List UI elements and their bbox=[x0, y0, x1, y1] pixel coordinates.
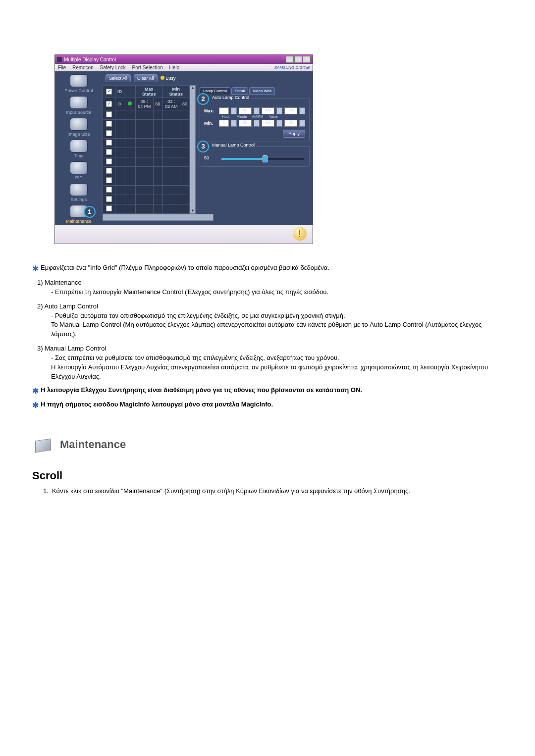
app-window: Multiple Display Control _ □ × File Remo… bbox=[54, 54, 313, 244]
list-item: 1) Maintenance - Επιτρέπει τη λειτουργία… bbox=[37, 278, 503, 297]
clear-all-button[interactable]: Clear All bbox=[134, 74, 158, 82]
row-checkbox[interactable] bbox=[106, 196, 112, 202]
col-min: Min Status bbox=[162, 86, 189, 98]
sidebar-item-input-source[interactable]: Input Source bbox=[66, 96, 91, 115]
sidebar-item-maintenance[interactable]: 1 Maintenance bbox=[66, 205, 92, 224]
min-minute-field[interactable]: 00 bbox=[239, 120, 252, 127]
table-row[interactable] bbox=[103, 167, 190, 176]
close-button[interactable]: × bbox=[303, 56, 311, 63]
busy-dot-icon bbox=[160, 76, 164, 80]
menu-port-selection[interactable]: Port Selection bbox=[132, 65, 163, 70]
cell-max-time: 05 : 04 PM bbox=[136, 98, 154, 110]
window-buttons: _ □ × bbox=[286, 56, 311, 63]
header-checkbox[interactable] bbox=[106, 89, 112, 95]
dropdown-icon[interactable]: ▾ bbox=[299, 120, 305, 127]
row-checkbox[interactable] bbox=[106, 158, 112, 164]
dropdown-icon[interactable]: ▾ bbox=[276, 107, 282, 114]
row-checkbox[interactable] bbox=[106, 101, 112, 107]
minimize-button[interactable]: _ bbox=[286, 56, 294, 63]
scroll-paragraph: 1.Κάντε κλικ στο εικονίδιο "Maintenance"… bbox=[43, 486, 503, 496]
dropdown-icon[interactable]: ▾ bbox=[299, 107, 305, 114]
row-checkbox[interactable] bbox=[106, 177, 112, 183]
sidebar-item-image-size[interactable]: Image Size bbox=[67, 118, 90, 137]
row-checkbox[interactable] bbox=[106, 130, 112, 136]
cell-min-val: 80 bbox=[180, 98, 189, 110]
manual-lamp-group: 3 Manual Lamp Control 50 bbox=[200, 146, 310, 167]
row-checkbox[interactable] bbox=[106, 187, 112, 193]
max-hour-field[interactable]: 1 bbox=[219, 107, 229, 114]
status-bar: ! bbox=[55, 225, 313, 244]
manual-slider[interactable] bbox=[221, 158, 304, 160]
dropdown-icon[interactable]: ▾ bbox=[231, 107, 237, 114]
menu-remocon[interactable]: Remocon bbox=[72, 65, 94, 70]
grid-scrollbar-vertical[interactable]: ▲ ▼ bbox=[190, 85, 196, 214]
col-status bbox=[124, 86, 136, 98]
slider-thumb-icon[interactable] bbox=[263, 155, 268, 162]
table-row[interactable] bbox=[103, 110, 190, 120]
row-checkbox[interactable] bbox=[106, 149, 112, 155]
sidebar-item-power-control[interactable]: Power Control bbox=[64, 74, 93, 93]
sidebar-item-settings[interactable]: Settings bbox=[70, 183, 88, 202]
maximize-button[interactable]: □ bbox=[294, 56, 302, 63]
row-checkbox[interactable] bbox=[106, 111, 112, 117]
table-row[interactable] bbox=[103, 204, 190, 214]
app-icon bbox=[57, 57, 62, 62]
sidebar-item-pip[interactable]: PIP bbox=[70, 161, 88, 180]
row-checkbox[interactable] bbox=[106, 140, 112, 146]
max-ampm-field[interactable]: AM bbox=[262, 107, 274, 114]
tab-video-wall[interactable]: Video Wall bbox=[249, 87, 275, 95]
right-panel: Lamp Control Scroll Video Wall 2 Auto La… bbox=[196, 85, 313, 214]
table-row[interactable] bbox=[103, 129, 190, 139]
doc-body: ✱Εμφανίζεται ένα "Info Grid" (Πλέγμα Πλη… bbox=[32, 264, 503, 496]
cell-max-val: 60 bbox=[153, 98, 162, 110]
menu-help[interactable]: Help bbox=[169, 65, 180, 70]
grid-scrollbar-horizontal[interactable] bbox=[103, 214, 214, 221]
row-checkbox[interactable] bbox=[106, 121, 112, 127]
table-row[interactable] bbox=[103, 139, 190, 148]
min-value-field[interactable]: 50 bbox=[284, 120, 297, 127]
max-value-field[interactable]: 50 bbox=[284, 107, 297, 114]
scroll-down-icon[interactable]: ▼ bbox=[191, 208, 195, 213]
table-row[interactable] bbox=[103, 157, 190, 167]
dropdown-icon[interactable]: ▾ bbox=[231, 120, 237, 127]
table-row[interactable] bbox=[103, 148, 190, 157]
sidebar-item-time[interactable]: Time bbox=[70, 140, 88, 158]
table-row[interactable] bbox=[103, 186, 190, 195]
max-minute-field[interactable]: 00 bbox=[239, 107, 252, 114]
time-icon bbox=[70, 140, 88, 152]
busy-indicator: Busy bbox=[160, 76, 176, 81]
max-label: Max. bbox=[204, 108, 217, 113]
row-checkbox[interactable] bbox=[106, 205, 112, 211]
list-item: 2) Auto Lamp Control - Ρυθμίζει αυτόματα… bbox=[37, 302, 503, 339]
apply-button[interactable]: Apply bbox=[283, 130, 305, 138]
dropdown-icon[interactable]: ▾ bbox=[254, 120, 260, 127]
info-grid: ID Max Status Min Status 0 05 : 04 PM 60… bbox=[103, 85, 190, 214]
menu-safety-lock[interactable]: Safety Lock bbox=[100, 65, 126, 70]
select-all-button[interactable]: Select All bbox=[106, 74, 131, 82]
dropdown-icon[interactable]: ▾ bbox=[254, 107, 260, 114]
tab-scroll[interactable]: Scroll bbox=[231, 87, 248, 95]
cell-id: 0 bbox=[115, 98, 124, 110]
star-icon: ✱ bbox=[32, 264, 39, 273]
table-row[interactable] bbox=[103, 120, 190, 129]
row-checkbox[interactable] bbox=[106, 168, 112, 174]
main-panel: Select All Clear All Busy ID Max Status … bbox=[103, 71, 313, 225]
min-label: Min. bbox=[204, 121, 217, 126]
note-2: ✱Η πηγή σήματος εισόδου MagicInfo λειτου… bbox=[32, 401, 503, 410]
manual-value: 50 bbox=[204, 155, 209, 160]
min-ampm-field[interactable]: AM bbox=[262, 120, 274, 127]
table-row[interactable] bbox=[103, 176, 190, 186]
scroll-up-icon[interactable]: ▲ bbox=[191, 86, 195, 91]
dropdown-icon[interactable]: ▾ bbox=[276, 120, 282, 127]
min-hour-field[interactable]: 1 bbox=[219, 120, 229, 127]
titlebar: Multiple Display Control _ □ × bbox=[55, 55, 313, 64]
table-row[interactable]: 0 05 : 04 PM 60 03 : 02 AM 80 bbox=[103, 98, 190, 110]
status-dot-icon bbox=[128, 101, 132, 105]
table-row[interactable] bbox=[103, 195, 190, 204]
intro-text: Εμφανίζεται ένα "Info Grid" (Πλέγμα Πληρ… bbox=[41, 264, 329, 271]
section-head: Maintenance bbox=[32, 435, 503, 454]
warning-icon: ! bbox=[293, 227, 307, 241]
note-1: ✱Η λειτουργία Ελέγχου Συντήρησης είναι δ… bbox=[32, 386, 503, 396]
col-id: ID bbox=[115, 86, 124, 98]
menu-file[interactable]: File bbox=[58, 65, 66, 70]
